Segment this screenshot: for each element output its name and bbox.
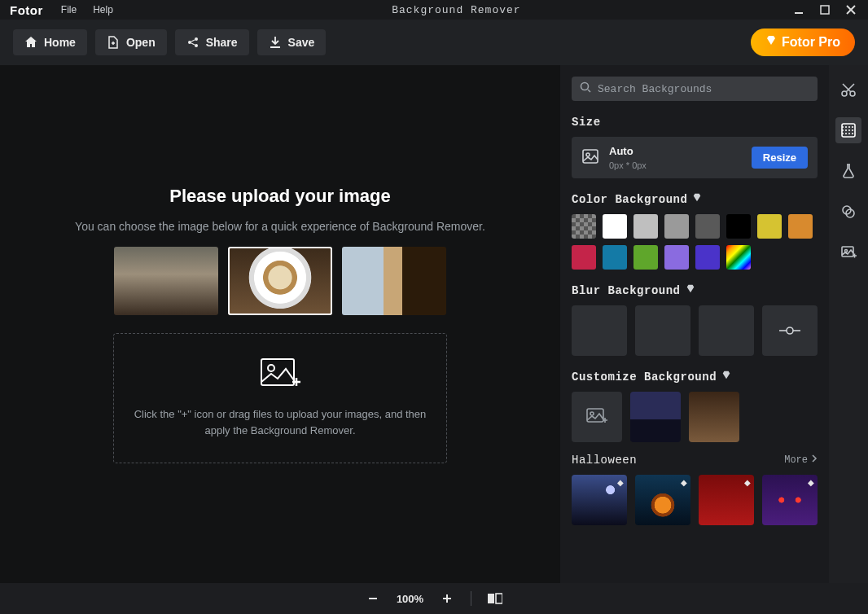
blur-option-light[interactable] [635,305,690,356]
svg-point-9 [581,83,589,90]
halloween-bg-2[interactable]: ◆ [635,475,690,525]
toolbar: Home Open Share Save Fotor Pro [0,20,868,65]
size-section-title: Size [572,116,818,129]
color-swatch[interactable] [633,245,658,270]
maximize-icon[interactable] [818,2,832,17]
rail-tool-image-plus[interactable] [835,239,861,265]
canvas-area: Please upload your image You can choose … [0,65,560,583]
color-swatch[interactable] [572,214,596,239]
open-button[interactable]: Open [95,29,167,55]
save-label: Save [288,36,315,49]
rail-tool-cut[interactable] [835,77,861,103]
close-icon[interactable] [844,2,858,17]
menu-file[interactable]: File [53,4,85,15]
save-button[interactable]: Save [257,29,327,55]
compare-view-button[interactable] [486,590,504,607]
upload-subtext: You can choose the image below for a qui… [75,218,485,235]
color-swatch[interactable] [788,214,813,239]
svg-point-16 [590,412,594,415]
rail-tool-overlap[interactable] [835,199,861,225]
zoom-out-button[interactable] [364,590,382,607]
halloween-bg-3[interactable]: ◆ [699,475,754,525]
share-label: Share [206,36,238,49]
blur-option-medium[interactable] [699,305,754,356]
blur-option-none[interactable] [572,305,627,356]
svg-line-10 [588,90,590,92]
sample-image-dog[interactable] [342,247,446,315]
color-swatch[interactable] [664,214,689,239]
search-backgrounds[interactable] [572,77,818,101]
svg-point-12 [586,153,590,156]
customize-bg-mountain[interactable] [630,392,681,442]
open-label: Open [126,36,156,49]
resize-button[interactable]: Resize [752,147,808,169]
drop-zone-text: Click the "+" icon or drag files to uplo… [114,406,446,438]
search-icon [580,81,591,96]
sample-image-coffee[interactable] [228,247,332,315]
diamond-icon [686,284,695,297]
halloween-bg-1[interactable]: ◆ [572,475,627,525]
color-swatch[interactable] [633,214,658,239]
svg-point-6 [195,44,198,47]
zoom-level: 100% [397,593,423,605]
svg-point-5 [195,37,198,41]
svg-rect-1 [821,6,829,14]
customize-bg-section-title: Customize Background [572,371,818,384]
title-bar: Fotor File Help Background Remover [0,0,868,20]
color-swatch[interactable] [726,245,751,270]
color-swatch[interactable] [695,245,720,270]
share-button[interactable]: Share [175,29,249,55]
divider [471,591,471,606]
size-card: Auto 0px * 0px Resize [572,137,818,178]
upload-heading: Please upload your image [169,186,390,207]
image-plus-icon [260,357,300,395]
image-icon [581,147,599,169]
svg-rect-28 [496,594,502,603]
sample-image-person[interactable] [114,247,218,315]
diamond-icon [765,35,777,50]
diamond-icon [721,371,731,384]
home-button[interactable]: Home [13,29,87,55]
share-icon [186,36,199,49]
blur-option-custom[interactable] [762,305,818,356]
color-swatch[interactable] [695,214,720,239]
minimize-icon[interactable] [791,2,806,17]
size-dimensions: 0px * 0px [609,160,742,170]
file-plus-icon [107,36,120,49]
fotor-pro-button[interactable]: Fotor Pro [751,29,855,56]
diamond-icon: ◆ [617,478,624,487]
color-swatch[interactable] [664,245,689,270]
diamond-icon: ◆ [681,478,687,487]
color-swatch[interactable] [572,245,596,270]
customize-upload[interactable] [572,392,622,442]
rail-tool-flask[interactable] [835,158,861,184]
halloween-section-title: Halloween [572,454,637,467]
chevron-right-icon [811,454,818,466]
svg-point-14 [787,327,793,334]
zoom-in-button[interactable] [438,590,456,607]
color-bg-section-title: Color Background [572,193,818,206]
bottom-bar: 100% [0,583,868,614]
color-swatch[interactable] [603,245,627,270]
color-swatch[interactable] [726,214,751,239]
diamond-icon: ◆ [808,478,814,487]
color-swatch[interactable] [603,214,627,239]
home-label: Home [44,36,76,49]
size-auto-label: Auto [609,145,742,157]
blur-bg-section-title: Blur Background [572,284,818,297]
halloween-more-link[interactable]: More [784,454,818,466]
background-panel: Size Auto 0px * 0px Resize Color Backgro… [560,65,829,583]
svg-point-8 [268,365,274,371]
search-input[interactable] [598,83,809,95]
tool-rail [829,65,868,583]
menu-help[interactable]: Help [85,4,121,15]
window-title: Background Remover [121,4,791,16]
rail-tool-background[interactable] [835,117,861,143]
halloween-bg-4[interactable]: ◆ [762,475,818,525]
diamond-icon [692,193,702,206]
pro-label: Fotor Pro [782,35,840,50]
color-swatch[interactable] [757,214,782,239]
svg-point-4 [188,41,191,44]
customize-bg-wood[interactable] [689,392,739,442]
upload-drop-zone[interactable]: Click the "+" icon or drag files to uplo… [113,333,447,463]
